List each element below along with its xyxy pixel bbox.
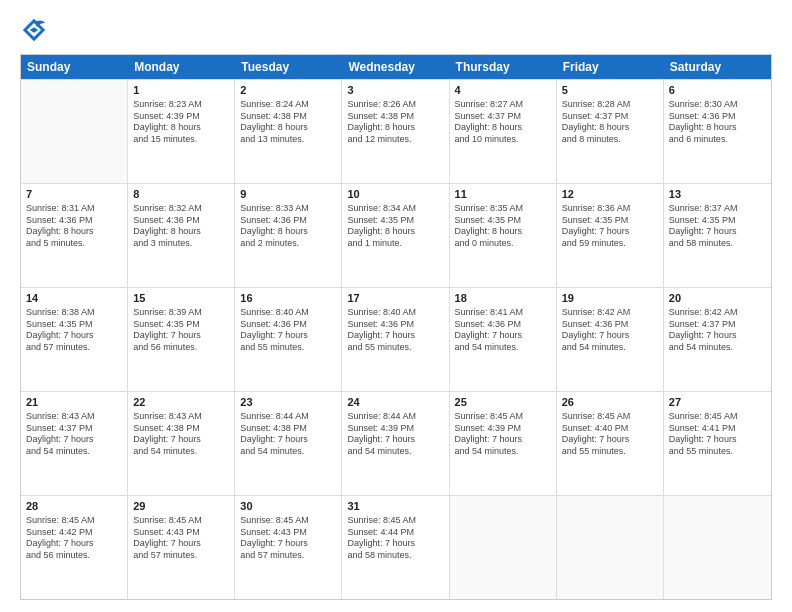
header-day: Thursday bbox=[450, 55, 557, 79]
day-number: 24 bbox=[347, 395, 443, 410]
day-number: 8 bbox=[133, 187, 229, 202]
header-day: Sunday bbox=[21, 55, 128, 79]
page: SundayMondayTuesdayWednesdayThursdayFrid… bbox=[0, 0, 792, 612]
calendar-cell: 22Sunrise: 8:43 AM Sunset: 4:38 PM Dayli… bbox=[128, 392, 235, 495]
calendar-cell: 2Sunrise: 8:24 AM Sunset: 4:38 PM Daylig… bbox=[235, 80, 342, 183]
cell-info: Sunrise: 8:44 AM Sunset: 4:38 PM Dayligh… bbox=[240, 411, 336, 458]
cell-info: Sunrise: 8:27 AM Sunset: 4:37 PM Dayligh… bbox=[455, 99, 551, 146]
cell-info: Sunrise: 8:39 AM Sunset: 4:35 PM Dayligh… bbox=[133, 307, 229, 354]
cell-info: Sunrise: 8:45 AM Sunset: 4:41 PM Dayligh… bbox=[669, 411, 766, 458]
day-number: 29 bbox=[133, 499, 229, 514]
calendar-cell: 21Sunrise: 8:43 AM Sunset: 4:37 PM Dayli… bbox=[21, 392, 128, 495]
calendar-cell: 27Sunrise: 8:45 AM Sunset: 4:41 PM Dayli… bbox=[664, 392, 771, 495]
day-number: 19 bbox=[562, 291, 658, 306]
cell-info: Sunrise: 8:45 AM Sunset: 4:39 PM Dayligh… bbox=[455, 411, 551, 458]
day-number: 14 bbox=[26, 291, 122, 306]
day-number: 1 bbox=[133, 83, 229, 98]
cell-info: Sunrise: 8:31 AM Sunset: 4:36 PM Dayligh… bbox=[26, 203, 122, 250]
calendar-cell: 29Sunrise: 8:45 AM Sunset: 4:43 PM Dayli… bbox=[128, 496, 235, 599]
cell-info: Sunrise: 8:45 AM Sunset: 4:43 PM Dayligh… bbox=[133, 515, 229, 562]
calendar-cell: 16Sunrise: 8:40 AM Sunset: 4:36 PM Dayli… bbox=[235, 288, 342, 391]
calendar-cell: 1Sunrise: 8:23 AM Sunset: 4:39 PM Daylig… bbox=[128, 80, 235, 183]
day-number: 6 bbox=[669, 83, 766, 98]
calendar-cell: 30Sunrise: 8:45 AM Sunset: 4:43 PM Dayli… bbox=[235, 496, 342, 599]
day-number: 22 bbox=[133, 395, 229, 410]
calendar-cell: 13Sunrise: 8:37 AM Sunset: 4:35 PM Dayli… bbox=[664, 184, 771, 287]
calendar-cell: 3Sunrise: 8:26 AM Sunset: 4:38 PM Daylig… bbox=[342, 80, 449, 183]
cell-info: Sunrise: 8:41 AM Sunset: 4:36 PM Dayligh… bbox=[455, 307, 551, 354]
calendar-cell: 25Sunrise: 8:45 AM Sunset: 4:39 PM Dayli… bbox=[450, 392, 557, 495]
cell-info: Sunrise: 8:24 AM Sunset: 4:38 PM Dayligh… bbox=[240, 99, 336, 146]
cell-info: Sunrise: 8:33 AM Sunset: 4:36 PM Dayligh… bbox=[240, 203, 336, 250]
day-number: 7 bbox=[26, 187, 122, 202]
calendar-cell: 23Sunrise: 8:44 AM Sunset: 4:38 PM Dayli… bbox=[235, 392, 342, 495]
logo bbox=[20, 16, 52, 44]
day-number: 26 bbox=[562, 395, 658, 410]
header-day: Wednesday bbox=[342, 55, 449, 79]
calendar-row: 7Sunrise: 8:31 AM Sunset: 4:36 PM Daylig… bbox=[21, 183, 771, 287]
day-number: 9 bbox=[240, 187, 336, 202]
calendar-cell: 28Sunrise: 8:45 AM Sunset: 4:42 PM Dayli… bbox=[21, 496, 128, 599]
cell-info: Sunrise: 8:26 AM Sunset: 4:38 PM Dayligh… bbox=[347, 99, 443, 146]
calendar-cell: 26Sunrise: 8:45 AM Sunset: 4:40 PM Dayli… bbox=[557, 392, 664, 495]
cell-info: Sunrise: 8:35 AM Sunset: 4:35 PM Dayligh… bbox=[455, 203, 551, 250]
cell-info: Sunrise: 8:28 AM Sunset: 4:37 PM Dayligh… bbox=[562, 99, 658, 146]
calendar-cell: 5Sunrise: 8:28 AM Sunset: 4:37 PM Daylig… bbox=[557, 80, 664, 183]
cell-info: Sunrise: 8:43 AM Sunset: 4:38 PM Dayligh… bbox=[133, 411, 229, 458]
header-day: Friday bbox=[557, 55, 664, 79]
calendar-cell: 10Sunrise: 8:34 AM Sunset: 4:35 PM Dayli… bbox=[342, 184, 449, 287]
calendar-cell: 9Sunrise: 8:33 AM Sunset: 4:36 PM Daylig… bbox=[235, 184, 342, 287]
cell-info: Sunrise: 8:43 AM Sunset: 4:37 PM Dayligh… bbox=[26, 411, 122, 458]
day-number: 25 bbox=[455, 395, 551, 410]
calendar-cell: 4Sunrise: 8:27 AM Sunset: 4:37 PM Daylig… bbox=[450, 80, 557, 183]
calendar-row: 14Sunrise: 8:38 AM Sunset: 4:35 PM Dayli… bbox=[21, 287, 771, 391]
day-number: 11 bbox=[455, 187, 551, 202]
header-day: Monday bbox=[128, 55, 235, 79]
calendar-row: 28Sunrise: 8:45 AM Sunset: 4:42 PM Dayli… bbox=[21, 495, 771, 599]
cell-info: Sunrise: 8:42 AM Sunset: 4:37 PM Dayligh… bbox=[669, 307, 766, 354]
calendar-cell bbox=[557, 496, 664, 599]
calendar-cell: 18Sunrise: 8:41 AM Sunset: 4:36 PM Dayli… bbox=[450, 288, 557, 391]
cell-info: Sunrise: 8:45 AM Sunset: 4:42 PM Dayligh… bbox=[26, 515, 122, 562]
day-number: 12 bbox=[562, 187, 658, 202]
day-number: 2 bbox=[240, 83, 336, 98]
cell-info: Sunrise: 8:42 AM Sunset: 4:36 PM Dayligh… bbox=[562, 307, 658, 354]
day-number: 28 bbox=[26, 499, 122, 514]
calendar-cell: 12Sunrise: 8:36 AM Sunset: 4:35 PM Dayli… bbox=[557, 184, 664, 287]
day-number: 3 bbox=[347, 83, 443, 98]
cell-info: Sunrise: 8:37 AM Sunset: 4:35 PM Dayligh… bbox=[669, 203, 766, 250]
day-number: 31 bbox=[347, 499, 443, 514]
cell-info: Sunrise: 8:40 AM Sunset: 4:36 PM Dayligh… bbox=[347, 307, 443, 354]
calendar-cell: 6Sunrise: 8:30 AM Sunset: 4:36 PM Daylig… bbox=[664, 80, 771, 183]
calendar-body: 1Sunrise: 8:23 AM Sunset: 4:39 PM Daylig… bbox=[21, 79, 771, 599]
cell-info: Sunrise: 8:30 AM Sunset: 4:36 PM Dayligh… bbox=[669, 99, 766, 146]
calendar-cell: 7Sunrise: 8:31 AM Sunset: 4:36 PM Daylig… bbox=[21, 184, 128, 287]
header-day: Saturday bbox=[664, 55, 771, 79]
calendar-cell: 19Sunrise: 8:42 AM Sunset: 4:36 PM Dayli… bbox=[557, 288, 664, 391]
day-number: 4 bbox=[455, 83, 551, 98]
day-number: 27 bbox=[669, 395, 766, 410]
cell-info: Sunrise: 8:40 AM Sunset: 4:36 PM Dayligh… bbox=[240, 307, 336, 354]
cell-info: Sunrise: 8:45 AM Sunset: 4:43 PM Dayligh… bbox=[240, 515, 336, 562]
cell-info: Sunrise: 8:36 AM Sunset: 4:35 PM Dayligh… bbox=[562, 203, 658, 250]
cell-info: Sunrise: 8:44 AM Sunset: 4:39 PM Dayligh… bbox=[347, 411, 443, 458]
cell-info: Sunrise: 8:32 AM Sunset: 4:36 PM Dayligh… bbox=[133, 203, 229, 250]
day-number: 30 bbox=[240, 499, 336, 514]
calendar-cell: 31Sunrise: 8:45 AM Sunset: 4:44 PM Dayli… bbox=[342, 496, 449, 599]
cell-info: Sunrise: 8:34 AM Sunset: 4:35 PM Dayligh… bbox=[347, 203, 443, 250]
cell-info: Sunrise: 8:38 AM Sunset: 4:35 PM Dayligh… bbox=[26, 307, 122, 354]
day-number: 17 bbox=[347, 291, 443, 306]
calendar-header: SundayMondayTuesdayWednesdayThursdayFrid… bbox=[21, 55, 771, 79]
calendar: SundayMondayTuesdayWednesdayThursdayFrid… bbox=[20, 54, 772, 600]
calendar-cell: 14Sunrise: 8:38 AM Sunset: 4:35 PM Dayli… bbox=[21, 288, 128, 391]
day-number: 20 bbox=[669, 291, 766, 306]
calendar-row: 21Sunrise: 8:43 AM Sunset: 4:37 PM Dayli… bbox=[21, 391, 771, 495]
day-number: 10 bbox=[347, 187, 443, 202]
day-number: 18 bbox=[455, 291, 551, 306]
day-number: 15 bbox=[133, 291, 229, 306]
day-number: 21 bbox=[26, 395, 122, 410]
calendar-cell: 24Sunrise: 8:44 AM Sunset: 4:39 PM Dayli… bbox=[342, 392, 449, 495]
day-number: 5 bbox=[562, 83, 658, 98]
calendar-cell: 15Sunrise: 8:39 AM Sunset: 4:35 PM Dayli… bbox=[128, 288, 235, 391]
logo-icon bbox=[20, 16, 48, 44]
